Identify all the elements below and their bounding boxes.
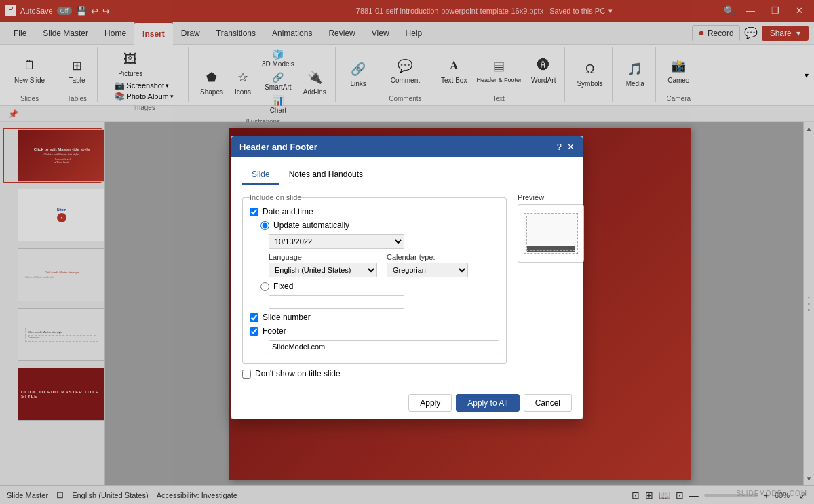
icons-icon: ☆ xyxy=(233,68,252,87)
table-button[interactable]: ⊞ Table xyxy=(64,54,91,86)
dialog-close-button[interactable]: ✕ xyxy=(567,142,575,152)
preview-image xyxy=(524,213,578,254)
restore-btn[interactable]: ❐ xyxy=(766,0,785,22)
fixed-radio[interactable] xyxy=(260,282,269,291)
tab-animations[interactable]: Animations xyxy=(264,22,320,45)
minimize-btn[interactable]: — xyxy=(741,0,760,22)
tab-view[interactable]: View xyxy=(364,22,398,45)
links-button[interactable]: 🔗 Links xyxy=(345,58,372,90)
addins-label: Add-ins xyxy=(303,88,326,96)
slide-thumb-1[interactable]: 1 Click to edit Master title style Click… xyxy=(3,128,102,183)
icons-button[interactable]: ☆ Icons xyxy=(229,66,256,98)
scroll-down[interactable]: ▼ xyxy=(806,475,813,482)
share-button[interactable]: Share ▾ xyxy=(762,26,809,41)
update-auto-radio[interactable] xyxy=(260,221,269,230)
language-dropdown[interactable]: English (United States) xyxy=(269,263,377,277)
dialog-help-button[interactable]: ? xyxy=(557,142,562,152)
slide-number-checkbox[interactable] xyxy=(250,313,258,322)
tab-file[interactable]: File xyxy=(5,22,35,45)
footer-row: Footer xyxy=(250,326,499,336)
3d-models-button[interactable]: 🧊 3D Models xyxy=(259,47,297,69)
view-icon[interactable]: ⊡ xyxy=(56,490,64,500)
grid-view-btn[interactable]: ⊞ xyxy=(645,490,653,501)
tab-slide-master[interactable]: Slide Master xyxy=(35,22,96,45)
chart-label: Chart xyxy=(270,106,286,114)
shapes-button[interactable]: ⬟ Shapes xyxy=(197,66,227,98)
photo-album-dropdown[interactable]: ▾ xyxy=(170,93,174,100)
textbox-label: Text Box xyxy=(441,77,467,84)
lang-calendar-row: Language: English (United States) Calend… xyxy=(269,253,499,277)
tab-draw[interactable]: Draw xyxy=(173,22,208,45)
text-group-items: 𝐀 Text Box ▤ Header & Footer 🅐 WordArt xyxy=(438,47,559,92)
shapes-label: Shapes xyxy=(200,88,223,96)
date-time-label: Date and time xyxy=(263,207,313,216)
footer-checkbox[interactable] xyxy=(250,327,258,336)
header-footer-button[interactable]: ▤ Header & Footer xyxy=(473,54,525,85)
record-button[interactable]: ⏺ Record xyxy=(692,25,740,41)
fit-to-window-btn[interactable]: ⊡ xyxy=(676,490,684,501)
ribbon-expand-btn[interactable]: ▾ xyxy=(805,47,809,102)
fixed-input[interactable] xyxy=(269,295,404,309)
chart-button[interactable]: 📊 Chart xyxy=(259,94,297,115)
addins-button[interactable]: 🔌 Add-ins xyxy=(300,66,330,98)
symbols-button[interactable]: Ω Symbols xyxy=(573,58,606,90)
calendar-dropdown[interactable]: Gregorian xyxy=(387,263,468,277)
apply-button[interactable]: Apply xyxy=(408,394,452,412)
screenshot-dropdown[interactable]: ▾ xyxy=(166,82,169,89)
save-icon[interactable]: 💾 xyxy=(76,6,87,16)
tab-help[interactable]: Help xyxy=(398,22,431,45)
comments-group: 💬 Comment Comments xyxy=(382,47,429,102)
slide-thumb-5[interactable]: 5 CLICK TO EDIT MASTER TITLE STYLE xyxy=(3,366,102,422)
photo-album-label[interactable]: Photo Album xyxy=(126,92,168,100)
slide-thumb-2[interactable]: 2 Nitem ● xyxy=(3,187,102,243)
comment-icon[interactable]: 💬 xyxy=(744,26,758,39)
dont-show-checkbox[interactable] xyxy=(242,370,251,379)
search-btn[interactable]: 🔍 xyxy=(724,5,735,16)
update-auto-label: Update automatically xyxy=(273,220,349,230)
dialog-tab-slide[interactable]: Slide xyxy=(242,166,279,185)
date-dropdown[interactable]: 10/13/2022 xyxy=(269,234,404,249)
cancel-button[interactable]: Cancel xyxy=(524,394,572,412)
cameo-label: Cameo xyxy=(667,77,689,84)
comment-button[interactable]: 💬 Comment xyxy=(387,54,423,86)
new-slide-button[interactable]: 🗒 New Slide xyxy=(11,54,48,86)
normal-view-btn[interactable]: ⊡ xyxy=(632,490,640,501)
dialog-tab-notes[interactable]: Notes and Handouts xyxy=(279,166,372,185)
language-label: English (United States) xyxy=(72,491,149,499)
calendar-section: Calendar type: Gregorian xyxy=(387,253,499,277)
slide-thumb-3[interactable]: 3 Click to edit Master title style Click… xyxy=(3,247,102,303)
dropdown-arrow[interactable]: ▾ xyxy=(608,7,613,15)
3d-models-label: 3D Models xyxy=(262,60,294,68)
footer-input[interactable] xyxy=(269,340,499,353)
vertical-scroll[interactable]: ▲ • • • ▼ xyxy=(803,122,814,485)
filename: 7881-01-self-introduction-powerpoint-tem… xyxy=(356,7,543,15)
slide-number-row: Slide number xyxy=(250,313,499,322)
slide-thumb-4[interactable]: 4 Click to edit Master title style Conte… xyxy=(3,307,102,362)
undo-icon[interactable]: ↩ xyxy=(91,6,98,16)
wordart-button[interactable]: 🅐 WordArt xyxy=(528,54,560,86)
scroll-up[interactable]: ▲ xyxy=(806,125,813,132)
tab-home[interactable]: Home xyxy=(96,22,134,45)
pictures-button[interactable]: 🖼 Pictures xyxy=(115,47,146,79)
dont-show-row: Don't show on title slide xyxy=(242,369,507,379)
cameo-button[interactable]: 📸 Cameo xyxy=(664,54,693,86)
tab-transitions[interactable]: Transitions xyxy=(208,22,264,45)
apply-all-button[interactable]: Apply to All xyxy=(456,394,519,412)
smartart-button[interactable]: 🔗 SmartArt xyxy=(259,71,297,92)
media-button[interactable]: 🎵 Media xyxy=(621,58,648,90)
reading-view-btn[interactable]: 📖 xyxy=(659,490,670,501)
date-time-checkbox[interactable] xyxy=(250,208,258,216)
autosave-toggle[interactable]: Off xyxy=(57,7,72,15)
close-btn[interactable]: ✕ xyxy=(790,0,809,22)
tab-review[interactable]: Review xyxy=(320,22,363,45)
pictures-label: Pictures xyxy=(118,70,142,77)
dialog-title: Header and Footer xyxy=(239,142,317,152)
redo-icon[interactable]: ↪ xyxy=(102,6,110,16)
tab-insert[interactable]: Insert xyxy=(134,22,173,45)
screenshot-label[interactable]: Screenshot xyxy=(126,81,164,90)
textbox-button[interactable]: 𝐀 Text Box xyxy=(438,54,470,86)
formula-pin[interactable]: 📌 xyxy=(5,108,21,120)
accessibility-label[interactable]: Accessibility: Investigate xyxy=(157,491,237,499)
zoom-out-btn[interactable]: — xyxy=(689,490,699,501)
calendar-label: Calendar type: xyxy=(387,253,499,261)
